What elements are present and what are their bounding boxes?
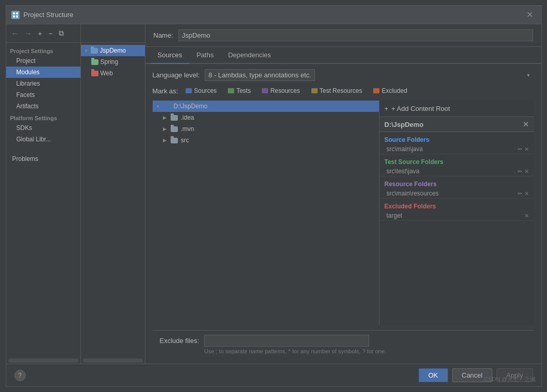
title-bar: Project Structure ✕ bbox=[6, 6, 541, 24]
language-level-label: Language level: bbox=[153, 71, 200, 79]
resource-edit-icon[interactable]: ✏ bbox=[518, 190, 522, 197]
sidebar-item-artifacts[interactable]: Artifacts bbox=[6, 101, 80, 112]
artifacts-label: Artifacts bbox=[16, 103, 39, 110]
mark-resources-button[interactable]: Resources bbox=[258, 86, 303, 95]
svg-rect-1 bbox=[16, 12, 18, 14]
tab-paths[interactable]: Paths bbox=[189, 47, 221, 64]
file-tree-src[interactable]: ▶ src bbox=[153, 135, 379, 146]
module-root-item[interactable]: ▾ JspDemo bbox=[81, 45, 145, 56]
mark-tests-label: Tests bbox=[236, 87, 251, 94]
tests-color-swatch bbox=[228, 88, 234, 93]
language-level-select[interactable]: 8 - Lambdas, type annotations etc. bbox=[205, 69, 315, 81]
add-button[interactable]: + bbox=[36, 28, 44, 39]
idea-folder-icon bbox=[171, 115, 178, 121]
sidebar-item-facets[interactable]: Facets bbox=[6, 89, 80, 101]
sidebar-item-modules[interactable]: Modules bbox=[6, 67, 80, 78]
source-folder-actions: ✏ ✕ bbox=[518, 146, 529, 153]
spring-folder-icon bbox=[91, 59, 98, 65]
svg-rect-0 bbox=[13, 12, 15, 14]
sidebar-item-sdks[interactable]: SDKs bbox=[6, 122, 80, 134]
mark-test-resources-label: Test Resources bbox=[320, 87, 362, 94]
mark-as-row: Mark as: Sources Tests Resources bbox=[153, 86, 534, 95]
mvn-folder-icon bbox=[171, 126, 178, 132]
sources-color-swatch bbox=[186, 88, 192, 93]
file-tree-root[interactable]: ▾ D:\JspDemo bbox=[153, 101, 379, 112]
footer-left: ? bbox=[14, 370, 26, 381]
language-level-select-wrapper: 8 - Lambdas, type annotations etc. bbox=[205, 69, 534, 81]
exclude-files-row: Exclude files: Use ; to separate name pa… bbox=[153, 330, 534, 358]
source-folder-path: src\main\java bbox=[387, 145, 423, 153]
close-button[interactable]: ✕ bbox=[523, 9, 536, 21]
module-tree: ▾ JspDemo Spring Web bbox=[81, 24, 145, 364]
test-edit-icon[interactable]: ✏ bbox=[518, 168, 522, 175]
exclude-files-input[interactable] bbox=[204, 335, 369, 347]
module-folder-icon bbox=[91, 48, 98, 54]
file-tree-idea[interactable]: ▶ .idea bbox=[153, 112, 379, 123]
copy-button[interactable]: ⧉ bbox=[57, 28, 66, 39]
sidebar-item-problems[interactable]: Problems bbox=[6, 153, 80, 165]
resource-remove-icon[interactable]: ✕ bbox=[524, 190, 529, 197]
add-content-root-button[interactable]: + + Add Content Root bbox=[379, 101, 534, 117]
resource-folder-actions: ✏ ✕ bbox=[518, 190, 529, 197]
test-source-folders-header: Test Source Folders bbox=[379, 154, 534, 167]
sidebar-tree: Project Settings Project Modules Librari… bbox=[6, 43, 80, 357]
mark-sources-button[interactable]: Sources bbox=[182, 86, 220, 95]
platform-settings-label: Platform Settings bbox=[6, 112, 80, 122]
problems-label: Problems bbox=[12, 155, 39, 162]
source-edit-icon[interactable]: ✏ bbox=[518, 146, 522, 153]
project-settings-label: Project Settings bbox=[6, 45, 80, 55]
test-resources-color-swatch bbox=[311, 88, 318, 93]
module-tree-header bbox=[81, 24, 145, 43]
source-remove-icon[interactable]: ✕ bbox=[524, 146, 529, 153]
mark-excluded-button[interactable]: Excluded bbox=[370, 86, 410, 95]
test-source-folders-item: src\test\java ✏ ✕ bbox=[379, 167, 534, 176]
add-content-root-label: + Add Content Root bbox=[391, 105, 450, 112]
mark-test-resources-button[interactable]: Test Resources bbox=[308, 86, 366, 95]
sdks-label: SDKs bbox=[16, 124, 32, 132]
module-tree-content: ▾ JspDemo Spring Web bbox=[81, 43, 145, 357]
ok-button[interactable]: OK bbox=[419, 368, 448, 382]
mark-tests-button[interactable]: Tests bbox=[224, 86, 254, 95]
excluded-remove-icon[interactable]: ✕ bbox=[524, 213, 529, 219]
mark-as-label: Mark as: bbox=[153, 87, 178, 95]
help-button[interactable]: ? bbox=[14, 370, 26, 381]
content-root-path: D:\JspDemo bbox=[385, 121, 424, 128]
resource-folders-header: Resource Folders bbox=[379, 176, 534, 189]
remove-button[interactable]: − bbox=[46, 28, 55, 39]
tab-dependencies[interactable]: Dependencies bbox=[221, 47, 278, 64]
excluded-folders-item: target ✕ bbox=[379, 211, 534, 221]
module-web-item[interactable]: Web bbox=[81, 68, 145, 79]
module-root-label: JspDemo bbox=[100, 47, 126, 54]
mark-excluded-label: Excluded bbox=[382, 87, 407, 94]
forward-button[interactable]: → bbox=[23, 28, 34, 39]
mvn-chevron-icon: ▶ bbox=[163, 126, 167, 132]
name-input[interactable] bbox=[178, 29, 533, 41]
test-folder-actions: ✏ ✕ bbox=[518, 168, 529, 175]
excluded-folders-header: Excluded Folders bbox=[379, 199, 534, 211]
chevron-icon: ▾ bbox=[85, 48, 88, 53]
tab-sources[interactable]: Sources bbox=[151, 47, 190, 64]
sidebar-item-project[interactable]: Project bbox=[6, 55, 80, 67]
module-tree-scrollbar[interactable] bbox=[83, 358, 143, 363]
file-tree-idea-label: .idea bbox=[181, 114, 194, 121]
file-tree-root-label: D:\JspDemo bbox=[174, 103, 208, 110]
app-icon bbox=[11, 11, 20, 19]
project-label: Project bbox=[16, 57, 36, 64]
resource-folders-item: src\main\resources ✏ ✕ bbox=[379, 189, 534, 199]
main-content: ← → + − ⧉ Project Settings Project Modul… bbox=[6, 24, 541, 364]
source-folders-header: Source Folders bbox=[379, 132, 534, 144]
file-tree-mvn-label: .mvn bbox=[181, 125, 194, 133]
content-root-panel: + + Add Content Root D:\JspDemo ✕ Source… bbox=[379, 101, 534, 325]
svg-rect-3 bbox=[16, 15, 18, 18]
content-root-close[interactable]: ✕ bbox=[523, 120, 529, 128]
file-tree-mvn[interactable]: ▶ .mvn bbox=[153, 123, 379, 135]
back-button[interactable]: ← bbox=[9, 28, 21, 39]
resource-folder-path: src\main\resources bbox=[387, 190, 439, 197]
sidebar-item-global-libs[interactable]: Global Libr... bbox=[6, 134, 80, 145]
module-spring-item[interactable]: Spring bbox=[81, 56, 145, 68]
sidebar-scrollbar[interactable] bbox=[8, 358, 78, 363]
web-folder-icon bbox=[91, 71, 98, 76]
test-remove-icon[interactable]: ✕ bbox=[524, 168, 529, 175]
sidebar-item-libraries[interactable]: Libraries bbox=[6, 78, 80, 89]
dialog-footer: ? OK Cancel Apply bbox=[6, 364, 541, 386]
